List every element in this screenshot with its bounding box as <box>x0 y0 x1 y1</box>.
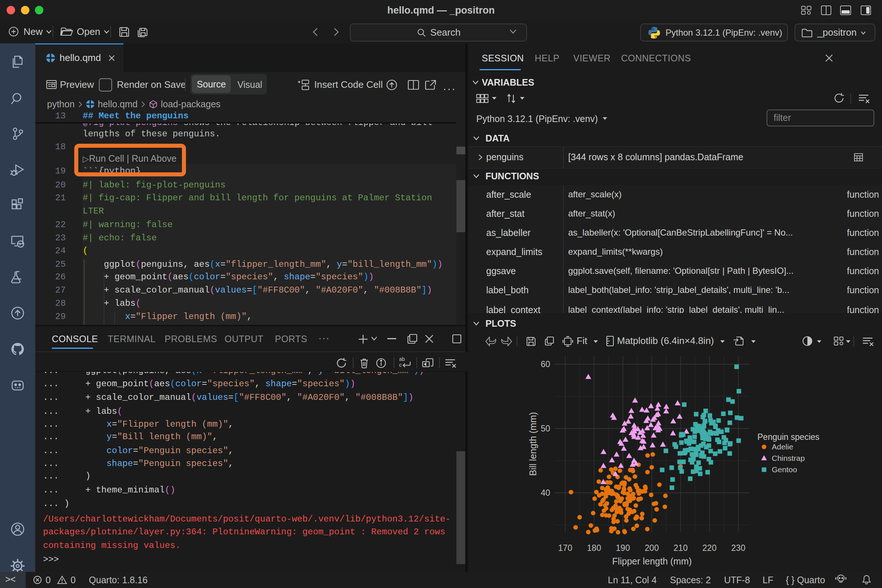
svg-text:180: 180 <box>587 543 601 553</box>
svg-text:200: 200 <box>645 543 658 553</box>
svg-text:Adelie: Adelie <box>772 442 793 451</box>
svg-text:Chinstrap: Chinstrap <box>772 454 805 462</box>
svg-text:c: c <box>399 362 402 368</box>
svg-text:190: 190 <box>616 543 630 553</box>
svg-text:Gentoo: Gentoo <box>772 465 797 474</box>
svg-text:Flipper length (mm): Flipper length (mm) <box>612 556 692 566</box>
svg-text:170: 170 <box>558 543 572 553</box>
svg-text:60: 60 <box>541 359 550 369</box>
svg-text:40: 40 <box>541 488 550 498</box>
svg-text:50: 50 <box>541 424 550 433</box>
svg-text:Bill length (mm): Bill length (mm) <box>528 412 538 476</box>
svg-text:ab: ab <box>399 357 405 362</box>
svg-text:220: 220 <box>702 543 716 553</box>
svg-text:210: 210 <box>674 543 688 553</box>
svg-text:230: 230 <box>731 543 745 553</box>
svg-text:Penguin species: Penguin species <box>758 432 819 442</box>
